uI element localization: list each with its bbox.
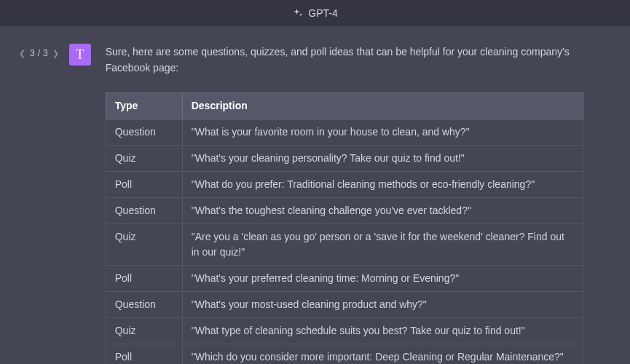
cell-description: "Which do you consider more important: D… — [182, 344, 583, 364]
table-header-row: Type Description — [106, 92, 583, 119]
table-header-description: Description — [182, 92, 583, 119]
cell-description: "What's your preferred cleaning time: Mo… — [182, 265, 583, 291]
cell-type: Quiz — [106, 317, 182, 344]
table-row: Poll "Which do you consider more importa… — [106, 344, 583, 364]
cell-type: Question — [106, 119, 182, 145]
pager-current: 3 — [30, 48, 35, 58]
assistant-avatar: T — [69, 44, 91, 66]
cell-description: "What's your cleaning personality? Take … — [182, 145, 583, 171]
cell-type: Quiz — [106, 223, 182, 265]
pager-separator: / — [38, 48, 40, 58]
table-row: Question "What is your favorite room in … — [106, 119, 583, 145]
table-row: Poll "What's your preferred cleaning tim… — [106, 265, 583, 291]
table-row: Question "What's your most-used cleaning… — [106, 291, 583, 317]
table-row: Question "What's the toughest cleaning c… — [106, 197, 583, 223]
ideas-table: Type Description Question "What is your … — [106, 92, 583, 364]
cell-type: Question — [106, 291, 182, 317]
table-row: Quiz "What's your cleaning personality? … — [106, 145, 583, 171]
avatar-letter: T — [76, 47, 84, 63]
cell-description: "What's the toughest cleaning challenge … — [182, 197, 583, 223]
cell-type: Quiz — [106, 145, 182, 171]
table-row: Quiz "What type of cleaning schedule sui… — [106, 317, 583, 344]
model-header: GPT-4 — [0, 0, 630, 26]
table-row: Quiz "Are you a 'clean as you go' person… — [106, 223, 583, 265]
message-intro-text: Sure, here are some questions, quizzes, … — [106, 44, 583, 76]
model-label: GPT-4 — [308, 7, 337, 19]
cell-type: Poll — [106, 265, 182, 291]
pager-prev-button[interactable]: ❮ — [17, 50, 27, 58]
pager-next-button[interactable]: ❯ — [51, 50, 60, 58]
cell-description: "What's your most-used cleaning product … — [182, 291, 583, 317]
cell-type: Question — [106, 197, 182, 223]
sparkle-icon — [292, 7, 304, 19]
cell-description: "Are you a 'clean as you go' person or a… — [182, 223, 583, 265]
message-pager: ❮ 3 / 3 ❯ — [17, 48, 60, 58]
cell-description: "What type of cleaning schedule suits yo… — [182, 317, 583, 344]
pager-total: 3 — [43, 48, 48, 58]
message-content: Sure, here are some questions, quizzes, … — [106, 44, 613, 364]
cell-description: "What is your favorite room in your hous… — [182, 119, 583, 145]
cell-type: Poll — [106, 344, 182, 364]
table-header-type: Type — [106, 92, 182, 119]
cell-description: "What do you prefer: Traditional cleanin… — [182, 171, 583, 197]
table-row: Poll "What do you prefer: Traditional cl… — [106, 171, 583, 197]
cell-type: Poll — [106, 171, 182, 197]
assistant-message-block: ❮ 3 / 3 ❯ T Sure, here are some question… — [0, 26, 630, 364]
